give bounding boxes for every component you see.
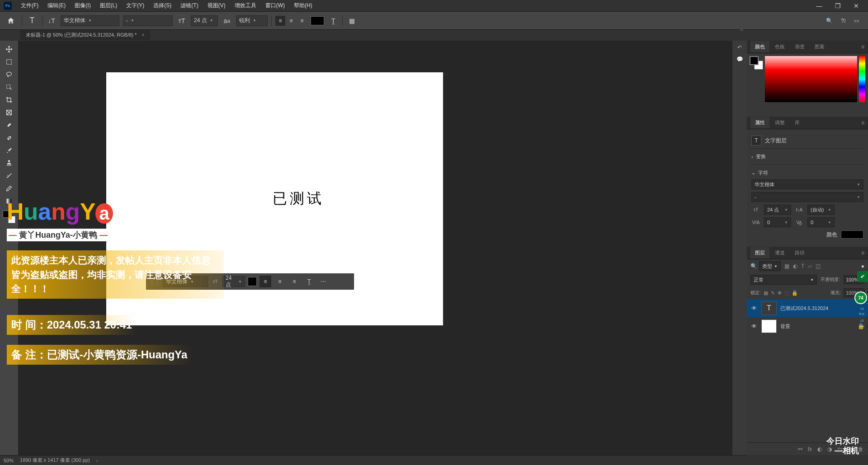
- ctx-size-select[interactable]: 24 点 ▼: [222, 276, 245, 287]
- foreground-color-swatch[interactable]: [3, 211, 10, 218]
- panel-toggle-icon[interactable]: ▦: [346, 15, 357, 26]
- layer-fx-icon[interactable]: fx: [808, 446, 812, 452]
- panel-menu-icon[interactable]: ≡: [861, 120, 868, 126]
- tab-patterns[interactable]: 图案: [810, 41, 829, 52]
- lock-transparent-icon[interactable]: ▦: [764, 290, 768, 296]
- layer-filter-kind[interactable]: 类型 ▼: [759, 261, 781, 271]
- menu-filter[interactable]: 滤镜(T): [177, 0, 202, 11]
- security-badge-icon[interactable]: ✔: [857, 271, 868, 282]
- foreground-background-swatch[interactable]: [3, 211, 15, 223]
- healing-tool[interactable]: [2, 132, 16, 144]
- filter-pixel-icon[interactable]: ▦: [784, 263, 789, 269]
- ctx-align-left[interactable]: ≡: [259, 276, 271, 287]
- speed-badge[interactable]: 74: [854, 291, 867, 304]
- ctx-font-select[interactable]: 华文楷体 ▼: [163, 276, 208, 287]
- menu-view[interactable]: 视图(V): [204, 0, 229, 11]
- frame-tool[interactable]: [2, 107, 16, 118]
- ctx-color-swatch[interactable]: [248, 277, 257, 286]
- text-orientation-icon[interactable]: ↓T: [46, 15, 57, 26]
- home-button[interactable]: [4, 14, 18, 27]
- minimize-icon[interactable]: —: [816, 2, 822, 9]
- document-tab[interactable]: 未标题-1 @ 50% (已测试2024.5.312024, RGB/8) * …: [20, 30, 150, 41]
- tab-channels[interactable]: 通道: [770, 247, 789, 258]
- prop-font-family[interactable]: 华文楷体▼: [751, 179, 863, 189]
- layer-item[interactable]: 👁 背景 🔒: [747, 317, 868, 335]
- brush-tool[interactable]: [2, 145, 16, 156]
- panel-fg-swatch[interactable]: [750, 56, 759, 65]
- close-tab-icon[interactable]: ×: [142, 32, 144, 38]
- layer-thumbnail[interactable]: T: [761, 301, 777, 315]
- prop-font-style[interactable]: -▼: [751, 192, 863, 202]
- hue-slider[interactable]: [859, 56, 865, 102]
- eyedropper-tool[interactable]: [2, 119, 16, 131]
- search-icon[interactable]: 🔍: [750, 263, 757, 269]
- blend-mode-select[interactable]: 正常 ▼: [750, 275, 817, 285]
- document-dimensions[interactable]: 1890 像素 x 1417 像素 (300 pp): [20, 457, 90, 464]
- move-tool[interactable]: [2, 43, 16, 55]
- filter-text-icon[interactable]: T: [801, 263, 804, 269]
- filter-toggle-icon[interactable]: ●: [861, 263, 864, 269]
- panel-fgbg-swatch[interactable]: [750, 56, 763, 70]
- help-icon[interactable]: ?⃝: [841, 18, 846, 24]
- tab-color[interactable]: 颜色: [750, 41, 769, 52]
- align-right-button[interactable]: ≡: [297, 16, 307, 26]
- maximize-icon[interactable]: ❐: [835, 2, 841, 9]
- history-brush-tool[interactable]: [2, 170, 16, 182]
- search-icon[interactable]: 🔍: [826, 18, 833, 24]
- tab-paths[interactable]: 路径: [790, 247, 809, 258]
- gradient-tool[interactable]: [2, 195, 16, 207]
- ctx-more-icon[interactable]: ⋯: [317, 276, 329, 287]
- layer-thumbnail[interactable]: [761, 319, 777, 333]
- tab-gradients[interactable]: 渐变: [790, 41, 809, 52]
- align-left-button[interactable]: ≡: [275, 16, 285, 26]
- text-color-swatch[interactable]: [311, 16, 324, 25]
- layer-mask-icon[interactable]: ◐: [817, 446, 822, 452]
- zoom-level[interactable]: 50%: [4, 458, 14, 463]
- font-family-select[interactable]: 华文楷体 ▼: [61, 15, 119, 26]
- menu-window[interactable]: 窗口(W): [262, 0, 288, 11]
- text-tool-icon[interactable]: T: [26, 14, 38, 27]
- menu-file[interactable]: 文件(F): [17, 0, 42, 11]
- grip-icon[interactable]: ⋮⋮: [149, 278, 160, 285]
- tab-layers[interactable]: 图层: [750, 247, 769, 258]
- ctx-align-right[interactable]: ≡: [288, 276, 300, 287]
- font-size-select[interactable]: 24 点 ▼: [191, 15, 218, 26]
- menu-help[interactable]: 帮助(H): [290, 0, 316, 11]
- tab-adjustments[interactable]: 调整: [770, 117, 789, 128]
- link-layers-icon[interactable]: ⚯: [798, 446, 802, 452]
- menu-edit[interactable]: 编辑(E): [44, 0, 69, 11]
- eraser-tool[interactable]: [2, 183, 16, 194]
- prop-leading[interactable]: (自动)▼: [807, 205, 835, 215]
- filter-shape-icon[interactable]: ▱: [808, 263, 812, 269]
- chevron-right-icon[interactable]: ›: [96, 458, 98, 463]
- lasso-tool[interactable]: [2, 69, 16, 80]
- canvas-text-layer[interactable]: 已测试: [273, 189, 324, 209]
- panel-menu-icon[interactable]: ≡: [861, 250, 868, 256]
- color-field[interactable]: [765, 56, 857, 102]
- filter-smart-icon[interactable]: ◫: [816, 263, 821, 269]
- ctx-warp-text[interactable]: T̰: [303, 276, 315, 287]
- lock-position-icon[interactable]: ✥: [778, 290, 782, 296]
- antialias-select[interactable]: 锐利 ▼: [236, 15, 268, 26]
- tab-properties[interactable]: 属性: [750, 117, 769, 128]
- warp-text-icon[interactable]: T̰: [328, 15, 339, 26]
- prop-color-swatch[interactable]: [841, 230, 863, 239]
- tab-swatches[interactable]: 色板: [770, 41, 789, 52]
- font-style-select[interactable]: - ▼: [123, 15, 173, 26]
- prop-kerning[interactable]: 0▼: [807, 217, 835, 227]
- visibility-toggle-icon[interactable]: 👁: [750, 305, 758, 311]
- align-center-button[interactable]: ≡: [286, 16, 296, 26]
- prop-font-size[interactable]: 24 点▼: [764, 205, 791, 215]
- panel-menu-icon[interactable]: ≡: [861, 44, 868, 50]
- visibility-toggle-icon[interactable]: 👁: [750, 323, 758, 329]
- layer-name[interactable]: 已测试2024.5.312024: [780, 305, 828, 312]
- transform-header[interactable]: › 变换: [751, 151, 863, 162]
- stamp-tool[interactable]: [2, 157, 16, 169]
- marquee-tool[interactable]: [2, 56, 16, 68]
- close-icon[interactable]: ✕: [854, 2, 859, 9]
- workspace-icon[interactable]: ▭: [854, 18, 859, 24]
- ctx-align-center[interactable]: ≡: [274, 276, 286, 287]
- menu-select[interactable]: 选择(S): [150, 0, 175, 11]
- menu-image[interactable]: 图像(I): [71, 0, 94, 11]
- character-header[interactable]: ⌄ 字符: [751, 168, 863, 178]
